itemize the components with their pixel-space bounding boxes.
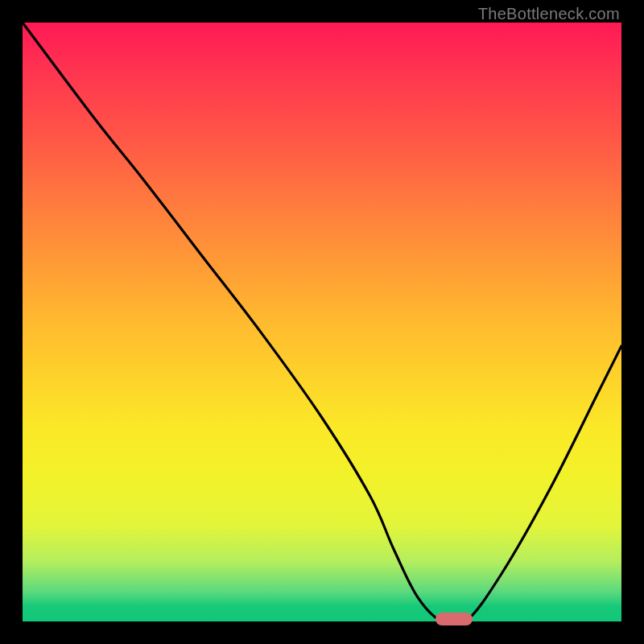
bottleneck-curve-path [23,23,621,621]
chart-plot-area [23,23,621,621]
chart-outer-frame: TheBottleneck.com [0,0,644,644]
optimal-point-marker [436,613,473,625]
bottleneck-line-chart [23,23,621,621]
watermark-label: TheBottleneck.com [478,5,620,23]
